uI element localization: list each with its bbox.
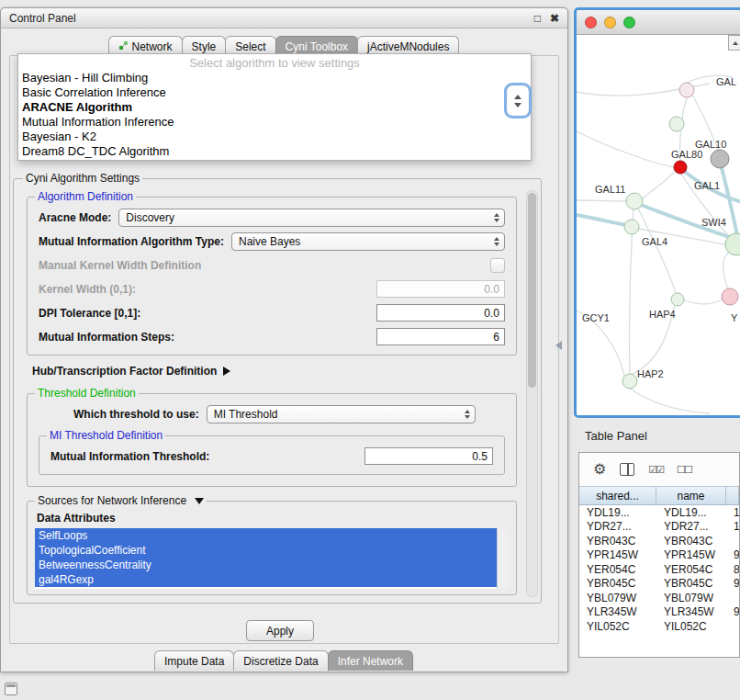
deselect-all-icon[interactable]: ☐☐ [677,465,691,475]
table-cell: YDR27... [579,520,656,533]
node-label: GAL [716,76,736,87]
attribute-item[interactable]: SelfLoops [35,528,497,543]
table-cell: YIL052C [579,620,656,633]
tab-label: jActiveMNodules [367,40,449,53]
settings-scrollbar-thumb[interactable] [528,193,536,388]
settings-scrollbar[interactable] [526,190,538,597]
expand-arrow-icon [223,367,230,376]
network-node[interactable] [679,83,694,97]
dropdown-item[interactable]: ARACNE Algorithm [18,100,531,115]
node-label: Y [731,312,738,323]
sources-legend[interactable]: Sources for Network Inference [35,494,207,507]
collapse-arrow-icon [195,498,204,504]
dpi-tolerance-input[interactable]: 0.0 [376,304,505,322]
table-cell: YDL19... [579,506,656,519]
network-node[interactable] [711,150,729,168]
node-label: GAL4 [642,236,667,247]
zoom-light-icon[interactable] [623,17,635,28]
mi-steps-label: Mutual Information Steps: [39,331,174,344]
network-window-titlebar[interactable] [577,10,740,35]
bottom-tab-discretize-data[interactable]: Discretize Data [233,650,328,671]
close-icon[interactable]: ✖ [550,13,559,24]
table-row[interactable]: YBR043CYBR043C [579,534,739,548]
data-attributes-list[interactable]: SelfLoopsTopologicalCoefficientBetweenne… [35,528,509,589]
manual-kernel-checkbox[interactable] [490,258,505,273]
tab-label: Network [132,40,173,53]
dropdown-item[interactable]: Dream8 DC_TDC Algorithm [18,144,531,159]
apply-button[interactable]: Apply [246,620,314,641]
list-scrollbar[interactable] [497,528,509,589]
gear-icon[interactable]: ⚙ [593,462,606,477]
network-node[interactable] [669,117,684,131]
columns-icon[interactable] [620,463,634,476]
network-node[interactable] [671,293,684,306]
bottom-tab-infer-network[interactable]: Infer Network [328,650,413,671]
dropdown-item[interactable]: Basic Correlation Inference [18,85,531,100]
mi-type-label: Mutual Information Algorithm Type: [39,235,224,248]
table-cell: YLR345W [656,605,726,618]
float-window-icon[interactable]: □ [534,13,541,24]
settings-legend: Cyni Algorithm Settings [23,172,142,185]
table-cell: 12 [726,520,739,533]
column-header[interactable]: shared... [579,487,656,504]
network-node[interactable] [674,161,687,174]
algorithm-combo-stepper[interactable] [507,85,529,116]
control-panel-window: Control Panel □ ✖ NetworkStyleSelectCyni… [0,7,568,672]
table-cell: YLR345W [579,605,656,618]
table-row[interactable]: YBR045CYBR045C9. [579,577,739,592]
column-header[interactable] [726,487,739,504]
network-scrollbar-stub[interactable] [728,35,740,51]
network-node[interactable] [622,374,637,389]
combo-down-arrow-icon [514,103,521,107]
which-threshold-select[interactable]: MI Threshold [207,405,476,423]
dropdown-item[interactable]: Bayesian - K2 [18,130,531,144]
panel-collapse-arrow[interactable] [555,341,562,350]
dropdown-item[interactable]: Mutual Information Inference [18,115,531,130]
network-canvas[interactable]: GALGAL10GAL80GAL11GAL1SWI4GAL4GCY1HAP4YH… [577,35,740,415]
algorithm-definition-legend: Algorithm Definition [35,190,136,203]
threshold-definition-group: Threshold Definition Which threshold to … [27,387,517,487]
dpi-tolerance-label: DPI Tolerance [0,1]: [39,307,140,320]
attribute-item[interactable]: gal4RGexp [35,572,497,587]
table-row[interactable]: YDL19...YDL19...13 [579,505,739,520]
table-cell: YER054C [579,563,656,576]
close-light-icon[interactable] [585,17,597,28]
table-panel-window: ⚙ ☑☑ ☐☐ shared...name YDL19...YDL19...13… [578,452,740,658]
attribute-item[interactable]: TopologicalCoefficient [35,543,497,558]
network-graph[interactable]: GALGAL10GAL80GAL11GAL1SWI4GAL4GCY1HAP4YH… [577,35,740,418]
network-tab-icon [118,40,129,53]
panel-icon[interactable] [5,683,17,695]
node-label: GAL80 [671,149,702,160]
bottom-tab-impute-data[interactable]: Impute Data [154,650,234,671]
network-node[interactable] [624,220,639,234]
mi-threshold-legend: MI Threshold Definition [47,429,165,442]
network-node[interactable] [722,288,738,305]
table-row[interactable]: YPR145WYPR145W9. [579,548,739,563]
algorithm-dropdown-popup: Select algorithm to view settings Bayesi… [17,53,532,161]
network-node[interactable] [626,193,643,209]
table-row[interactable]: YDR27...YDR27...12 [579,520,739,535]
manual-kernel-row: Manual Kernel Width Definition [39,254,505,277]
aracne-mode-select[interactable]: Discovery [118,209,505,227]
mi-steps-input[interactable]: 6 [376,328,505,345]
attribute-item[interactable]: BetweennessCentrality [35,558,497,572]
mi-threshold-input[interactable]: 0.5 [364,447,493,465]
manual-kernel-label: Manual Kernel Width Definition [39,259,201,272]
hub-definition-label: Hub/Transcription Factor Definition [32,365,217,378]
scroll-up-arrow-icon [733,41,738,45]
mi-type-select[interactable]: Naive Bayes [231,232,505,251]
hub-definition-toggle[interactable]: Hub/Transcription Factor Definition [32,365,532,378]
table-row[interactable]: YIL052CYIL052C [579,619,739,634]
dpi-tolerance-row: DPI Tolerance [0,1]: 0.0 [39,301,505,324]
column-header[interactable]: name [656,487,726,504]
sources-group: Sources for Network Inference Data Attri… [27,494,517,595]
dropdown-item[interactable]: Bayesian - Hill Climbing [18,71,531,85]
dropdown-placeholder: Select algorithm to view settings [18,56,531,71]
minimize-light-icon[interactable] [604,17,616,28]
table-cell: YPR145W [579,548,656,561]
table-row[interactable]: YER054CYER054C8. [579,562,739,577]
control-panel-titlebar: Control Panel □ ✖ [1,8,567,28]
table-row[interactable]: YLR345WYLR345W9. [579,605,739,620]
select-all-icon[interactable]: ☑☑ [648,465,663,475]
table-row[interactable]: YBL079WYBL079W [579,591,739,605]
